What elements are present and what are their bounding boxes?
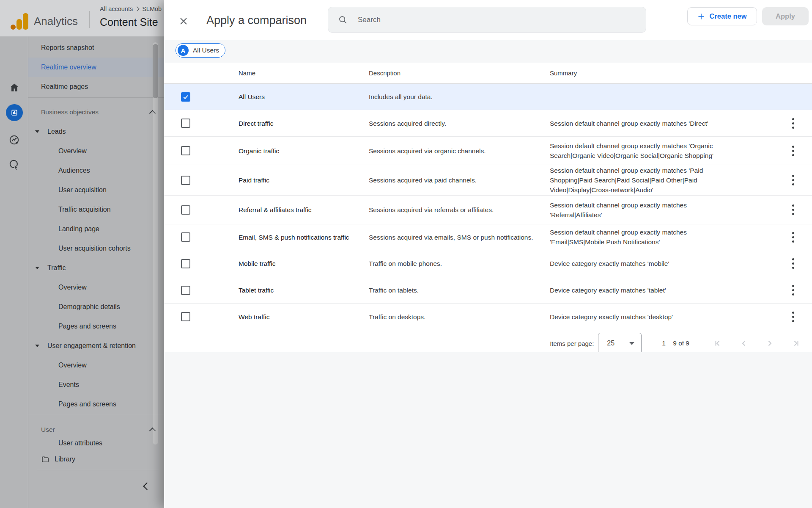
search-input[interactable] (357, 15, 612, 25)
apply-button[interactable]: Apply (762, 7, 809, 25)
expand-arrow-icon (35, 345, 39, 347)
sidebar-item-leads[interactable]: Leads (28, 122, 164, 141)
chevron-down-icon (629, 342, 634, 345)
sidebar-section-business-objectives[interactable]: Business objectives (28, 102, 164, 122)
comparisons-table: Name Description Summary All Users Inclu… (164, 63, 812, 356)
close-icon (179, 17, 188, 26)
table-row[interactable]: Email, SMS & push notifications traffic … (164, 224, 812, 250)
row-menu-kebab-icon[interactable] (790, 257, 796, 271)
previous-page-icon[interactable] (739, 338, 749, 348)
advertising-icon[interactable] (0, 159, 28, 170)
sidebar-item-label: Traffic acquisition (58, 206, 111, 213)
folder-icon (41, 455, 49, 464)
breadcrumb-all-accounts[interactable]: All accounts (100, 6, 133, 12)
sidebar-item-label: User acquisition cohorts (58, 245, 131, 252)
table-row[interactable]: Organic traffic Sessions acquired via or… (164, 137, 812, 165)
expand-arrow-icon (35, 130, 39, 133)
row-name: All Users (239, 92, 353, 102)
row-checkbox[interactable] (181, 286, 190, 295)
table-row[interactable]: Direct traffic Sessions acquired directl… (164, 110, 812, 137)
apply-comparison-panel: Apply a comparison Create new Apply A Al… (164, 0, 812, 508)
sidebar-item-pages-and-screens[interactable]: Pages and screens (28, 317, 164, 336)
row-checkbox[interactable] (181, 232, 190, 242)
top-app-bar: Analytics All accounts SLMob Content Sit… (0, 0, 164, 36)
row-checkbox[interactable] (181, 259, 190, 268)
sidebar-item-overview[interactable]: Overview (28, 356, 164, 375)
sidebar-scrollbar-thumb[interactable] (153, 44, 158, 98)
row-name: Organic traffic (239, 146, 353, 156)
row-menu-kebab-icon[interactable] (790, 173, 796, 187)
row-summary: Device category exactly matches 'mobile' (550, 259, 734, 268)
search-field[interactable] (328, 7, 646, 33)
sidebar-item-label: User acquisition (58, 186, 107, 194)
table-row[interactable]: Referral & affiliates traffic Sessions a… (164, 196, 812, 224)
items-per-page-select[interactable]: 25 (598, 333, 642, 354)
row-menu-kebab-icon[interactable] (790, 230, 796, 244)
sidebar-item-traffic[interactable]: Traffic (28, 258, 164, 278)
sidebar-item-user-engagement-retention[interactable]: User engagement & retention (28, 336, 164, 356)
sidebar-item-landing-page[interactable]: Landing page (28, 219, 164, 239)
table-row[interactable]: Paid traffic Sessions acquired via paid … (164, 165, 812, 196)
table-row[interactable]: Mobile traffic Traffic on mobile phones.… (164, 250, 812, 277)
row-checkbox[interactable] (181, 92, 190, 102)
sidebar-item-audiences[interactable]: Audiences (28, 161, 164, 180)
sidebar-section-user[interactable]: User (28, 420, 164, 439)
collapse-sidebar-button[interactable] (28, 476, 164, 496)
sidebar-item-pages-and-screens[interactable]: Pages and screens (28, 395, 164, 414)
explore-icon[interactable] (0, 134, 28, 146)
sidebar-item-library[interactable]: Library (28, 450, 164, 469)
sidebar-item-events[interactable]: Events (28, 375, 164, 395)
table-row[interactable]: All Users Includes all your data. (164, 84, 812, 110)
home-icon[interactable] (0, 82, 28, 93)
all-users-chip[interactable]: A All Users (176, 43, 225, 58)
row-checkbox[interactable] (181, 119, 190, 128)
row-menu-kebab-icon[interactable] (790, 283, 796, 297)
row-summary: Device category exactly matches 'desktop… (550, 312, 734, 322)
sidebar-scrollbar-track[interactable] (153, 42, 158, 444)
header-divider (89, 11, 90, 28)
pagination-range: 1 – 9 of 9 (662, 340, 689, 347)
sidebar-item-overview[interactable]: Overview (28, 278, 164, 297)
create-new-button[interactable]: Create new (687, 7, 757, 25)
analytics-logo-icon (11, 13, 29, 30)
breadcrumb-account[interactable]: SLMob (142, 6, 162, 12)
sidebar-item-demographic-details[interactable]: Demographic details (28, 297, 164, 317)
row-menu-kebab-icon[interactable] (790, 310, 796, 324)
items-per-page-label: Items per page: (550, 340, 594, 347)
sidebar-item-traffic-acquisition[interactable]: Traffic acquisition (28, 200, 164, 219)
close-button[interactable] (177, 14, 190, 28)
sidebar-item-realtime-overview[interactable]: Realtime overview (28, 58, 164, 77)
breadcrumb-property[interactable]: Content Site (100, 16, 164, 28)
row-checkbox[interactable] (181, 146, 190, 155)
sidebar-item-label: Business objectives (41, 108, 99, 116)
row-checkbox[interactable] (181, 205, 190, 215)
sidebar-item-user-attributes[interactable]: User attributes (28, 439, 164, 445)
row-checkbox[interactable] (181, 312, 190, 321)
row-checkbox[interactable] (181, 176, 190, 185)
sidebar-item-reports-snapshot[interactable]: Reports snapshot (28, 38, 164, 58)
create-new-label: Create new (709, 12, 746, 20)
first-page-icon[interactable] (713, 338, 723, 348)
row-menu-kebab-icon[interactable] (790, 203, 796, 217)
comparison-chip-band: A All Users (164, 40, 812, 63)
row-menu-kebab-icon[interactable] (790, 144, 796, 158)
search-icon (338, 15, 348, 25)
row-name: Referral & affiliates traffic (239, 205, 353, 215)
sidebar-item-user-acquisition-cohorts[interactable]: User acquisition cohorts (28, 239, 164, 258)
reports-icon[interactable] (6, 104, 23, 121)
table-row[interactable]: Tablet traffic Traffic on tablets. Devic… (164, 277, 812, 304)
row-menu-kebab-icon[interactable] (790, 116, 796, 130)
next-page-icon[interactable] (765, 338, 775, 348)
row-description: Sessions acquired directly. (369, 119, 540, 128)
breadcrumb[interactable]: All accounts SLMob Content Site (98, 0, 164, 36)
sidebar-item-label: User (41, 426, 55, 433)
sidebar-item-realtime-pages[interactable]: Realtime pages (28, 77, 164, 97)
sidebar-item-overview[interactable]: Overview (28, 141, 164, 161)
breadcrumb-chevron-icon (135, 6, 140, 11)
last-page-icon[interactable] (790, 338, 801, 348)
check-icon (182, 94, 189, 100)
table-row[interactable]: Web traffic Traffic on desktops. Device … (164, 304, 812, 330)
sidebar-item-user-acquisition[interactable]: User acquisition (28, 180, 164, 200)
app-root: Analytics All accounts SLMob Content Sit… (0, 0, 812, 508)
row-summary: Session default channel group exactly ma… (550, 141, 734, 160)
